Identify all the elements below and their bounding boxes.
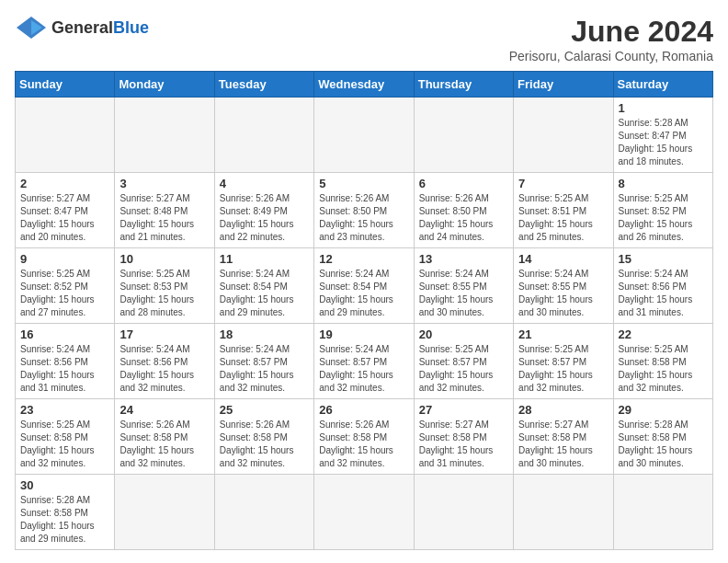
day-info: Sunrise: 5:25 AMSunset: 8:52 PMDaylight:… [619,192,708,244]
logo: GeneralBlue [15,15,149,40]
calendar-cell: 14Sunrise: 5:24 AMSunset: 8:55 PMDayligh… [514,248,613,324]
calendar-cell: 20Sunrise: 5:25 AMSunset: 8:57 PMDayligh… [414,324,513,399]
calendar-cell: 28Sunrise: 5:27 AMSunset: 8:58 PMDayligh… [514,399,613,475]
day-number: 26 [319,403,408,417]
header: GeneralBlue June 2024 Perisoru, Calarasi… [15,15,713,63]
calendar-cell: 6Sunrise: 5:26 AMSunset: 8:50 PMDaylight… [414,173,513,248]
calendar-cell: 15Sunrise: 5:24 AMSunset: 8:56 PMDayligh… [613,248,712,324]
calendar-cell: 21Sunrise: 5:25 AMSunset: 8:57 PMDayligh… [514,324,613,399]
calendar-cell: 16Sunrise: 5:24 AMSunset: 8:56 PMDayligh… [16,324,115,399]
day-info: Sunrise: 5:27 AMSunset: 8:48 PMDaylight:… [119,192,209,244]
calendar-cell: 13Sunrise: 5:24 AMSunset: 8:55 PMDayligh… [414,248,513,324]
day-info: Sunrise: 5:25 AMSunset: 8:51 PMDaylight:… [518,192,608,244]
calendar-cell [514,98,613,173]
day-number: 8 [619,177,708,190]
calendar-cell: 25Sunrise: 5:26 AMSunset: 8:58 PMDayligh… [214,399,313,475]
day-header-thursday: Thursday [414,72,513,98]
day-info: Sunrise: 5:24 AMSunset: 8:56 PMDaylight:… [20,343,109,395]
calendar-body: 1Sunrise: 5:28 AMSunset: 8:47 PMDaylight… [16,98,713,550]
day-number: 17 [119,327,209,341]
calendar-cell [16,98,115,173]
day-info: Sunrise: 5:27 AMSunset: 8:47 PMDaylight:… [20,192,109,244]
day-header-tuesday: Tuesday [214,72,313,98]
calendar-cell [314,98,414,173]
calendar-cell: 11Sunrise: 5:24 AMSunset: 8:54 PMDayligh… [214,248,313,324]
calendar-cell [514,475,613,550]
calendar-cell [214,475,313,550]
day-header-wednesday: Wednesday [314,72,414,98]
calendar-cell: 30Sunrise: 5:28 AMSunset: 8:58 PMDayligh… [16,475,115,550]
calendar-cell [214,98,313,173]
calendar-cell: 29Sunrise: 5:28 AMSunset: 8:58 PMDayligh… [613,399,712,475]
day-info: Sunrise: 5:24 AMSunset: 8:54 PMDaylight:… [319,268,408,319]
day-number: 30 [20,478,109,492]
day-number: 23 [20,403,109,417]
calendar-cell: 23Sunrise: 5:25 AMSunset: 8:58 PMDayligh… [16,399,115,475]
week-row-1: 1Sunrise: 5:28 AMSunset: 8:47 PMDaylight… [16,98,713,173]
day-number: 10 [119,252,209,266]
calendar-cell: 24Sunrise: 5:26 AMSunset: 8:58 PMDayligh… [115,399,214,475]
calendar-cell: 19Sunrise: 5:24 AMSunset: 8:57 PMDayligh… [314,324,414,399]
day-info: Sunrise: 5:27 AMSunset: 8:58 PMDaylight:… [419,419,508,470]
week-row-2: 2Sunrise: 5:27 AMSunset: 8:47 PMDaylight… [16,173,713,248]
header-row: SundayMondayTuesdayWednesdayThursdayFrid… [16,72,713,98]
day-number: 6 [419,177,508,190]
day-number: 18 [220,327,309,341]
title-area: June 2024 Perisoru, Calarasi County, Rom… [509,15,713,63]
day-number: 14 [518,252,608,266]
day-info: Sunrise: 5:25 AMSunset: 8:57 PMDaylight:… [518,343,608,395]
day-header-sunday: Sunday [16,72,115,98]
day-number: 13 [419,252,508,266]
day-info: Sunrise: 5:27 AMSunset: 8:58 PMDaylight:… [518,419,608,470]
day-number: 15 [619,252,708,266]
calendar-table: SundayMondayTuesdayWednesdayThursdayFrid… [15,71,713,550]
calendar-cell: 2Sunrise: 5:27 AMSunset: 8:47 PMDaylight… [16,173,115,248]
day-number: 12 [319,252,408,266]
calendar-cell: 18Sunrise: 5:24 AMSunset: 8:57 PMDayligh… [214,324,313,399]
day-number: 21 [518,327,608,341]
day-number: 5 [319,177,408,190]
logo-icon [15,15,48,40]
day-info: Sunrise: 5:25 AMSunset: 8:53 PMDaylight:… [119,268,209,319]
day-number: 28 [518,403,608,417]
day-info: Sunrise: 5:24 AMSunset: 8:55 PMDaylight:… [419,268,508,319]
calendar-cell: 10Sunrise: 5:25 AMSunset: 8:53 PMDayligh… [115,248,214,324]
calendar-cell: 12Sunrise: 5:24 AMSunset: 8:54 PMDayligh… [314,248,414,324]
calendar-cell [115,475,214,550]
day-info: Sunrise: 5:28 AMSunset: 8:58 PMDaylight:… [20,494,109,546]
week-row-4: 16Sunrise: 5:24 AMSunset: 8:56 PMDayligh… [16,324,713,399]
day-number: 22 [619,327,708,341]
day-header-monday: Monday [115,72,214,98]
day-info: Sunrise: 5:25 AMSunset: 8:57 PMDaylight:… [419,343,508,395]
day-number: 3 [119,177,209,190]
day-info: Sunrise: 5:26 AMSunset: 8:50 PMDaylight:… [319,192,408,244]
day-info: Sunrise: 5:25 AMSunset: 8:52 PMDaylight:… [20,268,109,319]
day-info: Sunrise: 5:26 AMSunset: 8:58 PMDaylight:… [119,419,209,470]
day-number: 25 [220,403,309,417]
calendar-cell: 8Sunrise: 5:25 AMSunset: 8:52 PMDaylight… [613,173,712,248]
calendar-title: June 2024 [509,15,713,49]
day-number: 24 [119,403,209,417]
calendar-cell: 22Sunrise: 5:25 AMSunset: 8:58 PMDayligh… [613,324,712,399]
calendar-cell: 1Sunrise: 5:28 AMSunset: 8:47 PMDaylight… [613,98,712,173]
calendar-cell: 5Sunrise: 5:26 AMSunset: 8:50 PMDaylight… [314,173,414,248]
day-info: Sunrise: 5:24 AMSunset: 8:57 PMDaylight:… [319,343,408,395]
day-header-saturday: Saturday [613,72,712,98]
day-number: 16 [20,327,109,341]
calendar-cell [613,475,712,550]
calendar-cell: 4Sunrise: 5:26 AMSunset: 8:49 PMDaylight… [214,173,313,248]
day-info: Sunrise: 5:25 AMSunset: 8:58 PMDaylight:… [20,419,109,470]
logo-blue-text: Blue [113,18,149,37]
day-header-friday: Friday [514,72,613,98]
day-number: 2 [20,177,109,190]
day-info: Sunrise: 5:24 AMSunset: 8:55 PMDaylight:… [518,268,608,319]
logo-general-text: General [51,18,113,37]
day-info: Sunrise: 5:25 AMSunset: 8:58 PMDaylight:… [619,343,708,395]
week-row-3: 9Sunrise: 5:25 AMSunset: 8:52 PMDaylight… [16,248,713,324]
day-number: 20 [419,327,508,341]
calendar-subtitle: Perisoru, Calarasi County, Romania [509,49,713,63]
day-number: 29 [619,403,708,417]
week-row-6: 30Sunrise: 5:28 AMSunset: 8:58 PMDayligh… [16,475,713,550]
day-info: Sunrise: 5:28 AMSunset: 8:47 PMDaylight:… [619,117,708,168]
day-info: Sunrise: 5:24 AMSunset: 8:56 PMDaylight:… [619,268,708,319]
